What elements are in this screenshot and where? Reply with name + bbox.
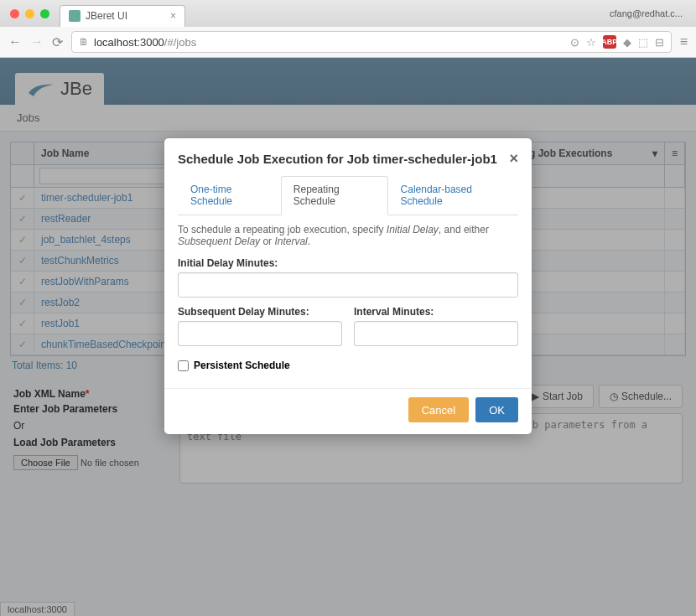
interval-label: Interval Minutes: — [354, 306, 518, 318]
modal-title: Schedule Job Execution for Job timer-sch… — [178, 152, 497, 166]
tab-favicon — [69, 10, 81, 22]
tab-title: JBeret UI — [86, 10, 127, 22]
window-controls — [7, 9, 49, 18]
interval-input[interactable] — [354, 321, 518, 346]
browser-chrome: JBeret UI × cfang@redhat.c... ← → ⟳ 🗎 lo… — [0, 0, 696, 58]
site-info-icon[interactable]: 🗎 — [79, 36, 89, 48]
user-profile-label[interactable]: cfang@redhat.c... — [603, 7, 689, 20]
tab-calendar[interactable]: Calendar-based Schedule — [388, 176, 518, 215]
initial-delay-label: Initial Delay Minutes: — [178, 257, 518, 269]
tab-close-icon[interactable]: × — [170, 10, 176, 22]
nav-bar: ← → ⟳ 🗎 localhost:3000/#/jobs ⊙ ☆ ABP ◆ … — [0, 27, 696, 57]
extension-icon-1[interactable]: ◆ — [623, 36, 631, 49]
chrome-menu-button[interactable]: ≡ — [680, 34, 688, 49]
tab-repeating[interactable]: Repeating Schedule — [281, 176, 388, 215]
close-window-button[interactable] — [10, 9, 19, 18]
extension-icon-3[interactable]: ⊟ — [655, 36, 664, 49]
modal-close-button[interactable]: × — [509, 150, 518, 168]
tab-bar: JBeret UI × cfang@redhat.c... — [0, 0, 696, 27]
initial-delay-input[interactable] — [178, 272, 518, 298]
persistent-label: Persistent Schedule — [194, 360, 290, 371]
schedule-modal: Schedule Job Execution for Job timer-sch… — [164, 138, 532, 434]
url-text: localhost:3000/#/jobs — [94, 36, 196, 49]
url-action-icons: ⊙ ☆ ABP ◆ ⬚ ⊟ — [570, 35, 664, 49]
bookmark-icon[interactable]: ☆ — [586, 36, 596, 49]
address-bar[interactable]: 🗎 localhost:3000/#/jobs ⊙ ☆ ABP ◆ ⬚ ⊟ — [71, 31, 672, 53]
cancel-button[interactable]: Cancel — [408, 397, 469, 422]
maximize-window-button[interactable] — [40, 9, 49, 18]
persistent-checkbox[interactable] — [178, 360, 189, 371]
forward-button[interactable]: → — [30, 34, 44, 49]
page-content: JBe Jobs Job Name g Job Executions▾ ≡ ✓t… — [0, 58, 696, 616]
subsequent-delay-label: Subsequent Delay Minutes: — [178, 306, 342, 318]
adblock-icon[interactable]: ABP — [603, 35, 616, 49]
browser-tab[interactable]: JBeret UI × — [60, 5, 185, 27]
ok-button[interactable]: OK — [475, 397, 518, 422]
search-icon[interactable]: ⊙ — [570, 36, 579, 49]
back-button[interactable]: ← — [8, 34, 22, 49]
modal-help-text: To schedule a repeating job execution, s… — [178, 224, 518, 247]
minimize-window-button[interactable] — [25, 9, 34, 18]
tab-one-time[interactable]: One-time Schedule — [178, 176, 281, 215]
extension-icon-2[interactable]: ⬚ — [638, 36, 648, 49]
modal-tabs: One-time Schedule Repeating Schedule Cal… — [178, 176, 518, 215]
reload-button[interactable]: ⟳ — [52, 34, 63, 50]
subsequent-delay-input[interactable] — [178, 321, 342, 346]
